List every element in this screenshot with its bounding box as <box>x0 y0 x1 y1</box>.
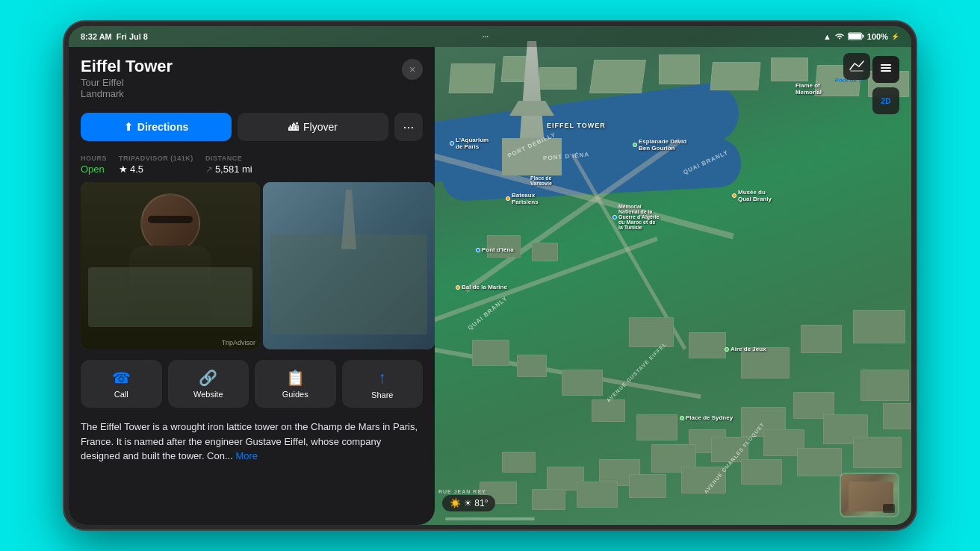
poi-bateaux[interactable]: BateauxParisiens <box>506 192 539 205</box>
poi-place-varsovie[interactable]: Place deVarsovie <box>530 175 552 186</box>
poi-memorial[interactable]: MémorialNational de laGuerre d'Algériedu… <box>612 204 660 230</box>
guides-icon: 📋 <box>286 369 305 387</box>
call-icon: ☎ <box>112 369 131 387</box>
hours-stat: HOURS Open <box>81 155 107 175</box>
panel-title: Eiffel Tower <box>81 57 173 75</box>
directions-button[interactable]: ⬆ Directions <box>81 113 232 141</box>
rating-row: ★ 4.5 <box>119 164 193 175</box>
status-bar: 8:32 AM Fri Jul 8 ··· ▲ 100% ⚡ <box>69 26 911 47</box>
charging-icon: ⚡ <box>891 33 899 40</box>
map-btn-map-type[interactable] <box>843 53 870 80</box>
panel-type: Landmark <box>81 88 173 99</box>
map-btn-2d[interactable]: 2D <box>872 87 899 114</box>
poi-aire-jeux[interactable]: Aire de Jeux <box>725 346 766 352</box>
battery-icon <box>848 32 864 42</box>
sunglasses <box>148 216 193 223</box>
device-frame: 8:32 AM Fri Jul 8 ··· ▲ 100% ⚡ <box>64 22 916 529</box>
poi-place-sydney[interactable]: Place de Sydney <box>680 414 733 421</box>
info-stats-row: HOURS Open TRIPADVISOR (141K) ★ 4.5 DIST… <box>69 149 435 182</box>
photos-section: TripAdvisor <box>69 182 435 354</box>
poi-dot-orange-2 <box>456 285 460 290</box>
star-icon: ★ <box>119 164 128 175</box>
eiffel-tower-label: EIFFEL TOWER <box>547 122 606 129</box>
guides-action[interactable]: 📋 Guides <box>255 360 336 408</box>
website-action[interactable]: 🔗 Website <box>168 360 249 408</box>
distance-value: 5,581 mi <box>215 164 252 175</box>
wifi-icon <box>834 32 845 41</box>
close-icon: × <box>409 63 415 75</box>
poi-aquarium[interactable]: L'Aquariumde Paris <box>450 137 489 150</box>
photo-main-inner <box>81 182 260 349</box>
panel-subtitle: Tour Eiffel <box>81 77 173 88</box>
photo-side[interactable] <box>263 182 435 349</box>
scroll-indicator <box>445 517 535 520</box>
call-action[interactable]: ☎ Call <box>81 360 162 408</box>
poi-pont-iena[interactable]: Pont d'Iéna <box>476 246 514 253</box>
description-text: The Eiffel Tower is a wrought iron latti… <box>81 420 423 464</box>
svg-rect-5 <box>881 64 891 66</box>
date: Fri Jul 8 <box>117 32 148 41</box>
more-button[interactable]: ··· <box>394 113 423 141</box>
guides-label: Guides <box>282 390 308 399</box>
close-button[interactable]: × <box>402 59 423 80</box>
panel-title-group: Eiffel Tower Tour Eiffel Landmark <box>81 57 173 99</box>
flyover-button[interactable]: 🏙 Flyover <box>238 113 388 141</box>
map-btn-layers[interactable] <box>872 56 899 83</box>
weather-badge: ☀️ ☀ 81° <box>442 495 495 511</box>
poi-dot <box>450 141 454 146</box>
distance-label: DISTANCE <box>205 155 252 162</box>
side-photo-tower <box>341 190 356 249</box>
poi-dot-orange <box>506 196 510 201</box>
website-icon: 🔗 <box>199 369 217 387</box>
time: 8:32 AM <box>81 32 112 41</box>
poi-dot-green <box>633 143 637 147</box>
svg-rect-1 <box>849 34 861 39</box>
share-action[interactable]: ↑ Share <box>342 360 424 408</box>
road-label-avenue-gustave: AVENUE GUSTAVE EIFFEL <box>606 341 668 403</box>
share-icon: ↑ <box>378 368 386 387</box>
poi-esplanade[interactable]: Esplanade DavidBen Gourion <box>633 138 686 152</box>
side-photo-bg <box>263 182 435 349</box>
description-more-link[interactable]: More <box>235 450 258 461</box>
poi-dot-blue <box>476 248 480 252</box>
label-flame-memorial: Flame ofMemorial <box>796 82 822 96</box>
hours-value: Open <box>81 164 107 175</box>
map-controls <box>872 56 899 83</box>
photo-main[interactable]: TripAdvisor <box>81 182 260 349</box>
person-head <box>140 193 200 253</box>
photo-attribution: TripAdvisor <box>222 339 255 346</box>
call-label: Call <box>114 390 128 399</box>
road-label-rue-jean-rey: RUE JEAN REY <box>438 489 486 494</box>
directions-label: Directions <box>137 121 188 133</box>
rating-value: 4.5 <box>130 164 143 175</box>
photo-bg <box>81 182 260 349</box>
distance-icon: ↗ <box>205 164 213 175</box>
poi-dot-green-3 <box>680 416 684 420</box>
flyover-icon: 🏙 <box>288 121 299 133</box>
poi-dot-orange-3 <box>732 193 736 198</box>
mini-thumbnail[interactable] <box>840 473 899 517</box>
info-panel: Eiffel Tower Tour Eiffel Landmark × ⬆ Di… <box>69 47 435 525</box>
weather-icon: ☀️ <box>450 498 461 508</box>
poi-bal-marine[interactable]: Bal de la Marine <box>456 284 507 290</box>
flyover-label: Flyover <box>303 121 338 133</box>
action-icons-row: ☎ Call 🔗 Website 📋 Guides ↑ Share <box>69 354 435 414</box>
more-dots: ··· <box>483 33 489 41</box>
battery-percent: 100% <box>867 32 888 41</box>
description-section: The Eiffel Tower is a wrought iron latti… <box>69 414 435 476</box>
hours-label: HOURS <box>81 155 107 162</box>
status-center: ··· <box>483 33 489 41</box>
signal-icon: ▲ <box>823 32 831 41</box>
panel-title-row: Eiffel Tower Tour Eiffel Landmark × <box>81 57 423 99</box>
svg-rect-3 <box>881 67 891 69</box>
panel-header: Eiffel Tower Tour Eiffel Landmark × <box>69 47 435 107</box>
status-right: ▲ 100% ⚡ <box>823 32 899 42</box>
tripadvisor-stat: TRIPADVISOR (141K) ★ 4.5 <box>119 155 193 175</box>
status-left: 8:32 AM Fri Jul 8 <box>81 32 148 41</box>
more-icon: ··· <box>403 119 414 135</box>
tripadvisor-label: TRIPADVISOR (141K) <box>119 155 193 162</box>
mini-photo-inner <box>841 474 898 516</box>
poi-dot-green-2 <box>725 347 729 352</box>
poi-musee[interactable]: Musée duQuai Branly <box>732 189 772 202</box>
svg-rect-2 <box>862 34 863 37</box>
